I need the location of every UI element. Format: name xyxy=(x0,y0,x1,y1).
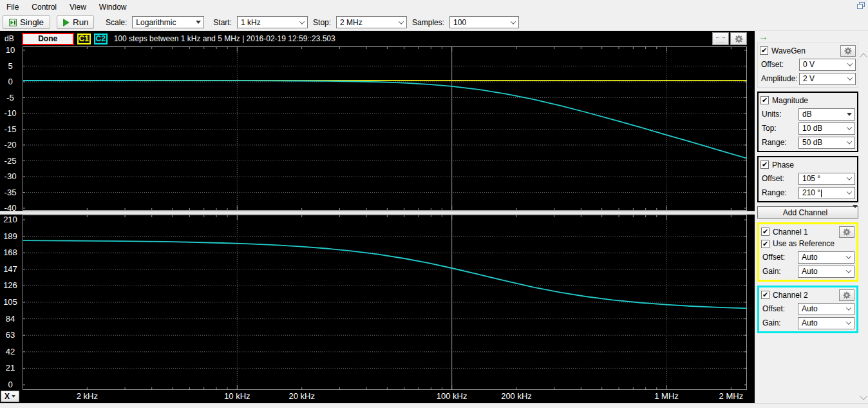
x-axis-button-label: X xyxy=(5,392,10,401)
gear-icon xyxy=(735,35,743,43)
magnitude-title: Magnitude xyxy=(772,96,808,105)
menu-file[interactable]: File xyxy=(0,1,25,13)
phase-range-label: Range: xyxy=(760,188,787,197)
use-as-reference-label: Use as Reference xyxy=(773,239,835,248)
phase-offset-combobox[interactable]: 105 ° xyxy=(798,173,855,185)
y-tick-label: -25 xyxy=(0,157,21,166)
menu-view[interactable]: View xyxy=(63,1,93,13)
magnitude-range-combobox[interactable]: 50 dB xyxy=(798,137,855,149)
magnitude-units-select[interactable]: dB xyxy=(798,108,855,121)
channel2-offset-combobox[interactable]: Auto xyxy=(798,303,854,315)
magnitude-checkbox[interactable]: ✔ xyxy=(760,96,769,104)
done-status-button[interactable]: Done xyxy=(22,33,74,45)
panel-scrollbar[interactable] xyxy=(860,45,868,408)
x-axis-button[interactable]: X xyxy=(1,391,19,402)
cursors-button[interactable]: ←→ .... xyxy=(712,32,729,45)
stop-label: Stop: xyxy=(313,18,331,27)
magnitude-top-label: Top: xyxy=(760,124,777,133)
channel1-badge[interactable]: C1 xyxy=(77,34,91,44)
samples-value: 100 xyxy=(453,18,466,27)
y-tick-label: 189 xyxy=(0,232,21,241)
channel2-title: Channel 2 xyxy=(773,291,808,300)
window-restore-icon[interactable] xyxy=(857,2,865,10)
channel2-settings-button[interactable] xyxy=(839,289,854,301)
wavegen-amplitude-combobox[interactable]: 2 V xyxy=(799,73,856,85)
menu-window[interactable]: Window xyxy=(93,1,133,13)
channel2-checkbox[interactable]: ✔ xyxy=(761,291,769,299)
chevron-down-icon xyxy=(844,188,854,199)
channel1-gain-label: Gain: xyxy=(761,267,781,276)
start-combobox[interactable]: 1 kHz xyxy=(237,16,308,28)
y-tick-label: 147 xyxy=(0,265,21,274)
run-button[interactable]: Run xyxy=(57,15,94,29)
start-value: 1 kHz xyxy=(241,18,261,27)
scroll-down-icon[interactable] xyxy=(860,393,867,400)
phase-range-value: 210 ° xyxy=(802,188,820,197)
sweep-status-text: 100 steps between 1 kHz and 5 MHz | 2016… xyxy=(114,34,335,43)
wavegen-group: ✔ WaveGen Offset: 0 V Amplitude: 2 V xyxy=(757,43,858,88)
wavegen-settings-button[interactable] xyxy=(840,45,856,57)
magnitude-top-value: 10 dB xyxy=(802,124,822,133)
channel1-title: Channel 1 xyxy=(773,228,808,237)
magnitude-range-value: 50 dB xyxy=(802,138,822,147)
scale-select[interactable]: Logarithmic xyxy=(132,16,204,28)
phase-plot[interactable] xyxy=(23,215,747,390)
stop-combobox[interactable]: 2 MHz xyxy=(336,16,407,28)
chevron-down-icon xyxy=(844,123,854,134)
toolbar: Single Run Scale: Logarithmic Start: 1 k… xyxy=(0,14,868,31)
y-tick-label: 210 xyxy=(0,215,21,224)
chevron-down-icon xyxy=(844,266,854,277)
gear-icon xyxy=(843,291,851,299)
magnitude-plot[interactable] xyxy=(23,46,747,211)
trace-c2 xyxy=(23,81,747,159)
menu-control[interactable]: Control xyxy=(25,1,63,13)
phase-checkbox[interactable]: ✔ xyxy=(760,160,769,169)
y-tick-label: 5 xyxy=(0,62,21,71)
y-axis-unit-label: dB xyxy=(5,34,14,43)
x-tick-label: 1 MHz xyxy=(644,390,689,403)
chevron-down-icon xyxy=(297,17,307,28)
single-button-label: Single xyxy=(20,17,44,27)
single-button[interactable]: Single xyxy=(3,15,50,29)
scale-value: Logarithmic xyxy=(136,18,176,27)
chevron-down-icon xyxy=(845,59,855,70)
phase-range-combobox[interactable]: 210 ° xyxy=(798,187,855,199)
single-icon xyxy=(9,18,17,27)
x-tick-label: 20 kHz xyxy=(279,390,325,403)
wavegen-offset-value: 0 V xyxy=(803,60,815,69)
wavegen-offset-combobox[interactable]: 0 V xyxy=(799,59,856,71)
scroll-up-icon[interactable] xyxy=(860,53,867,60)
y-tick-label: 21 xyxy=(0,364,21,373)
plot-settings-button[interactable] xyxy=(730,32,747,45)
y-tick-label: -10 xyxy=(0,109,21,118)
channel1-checkbox[interactable]: ✔ xyxy=(761,228,769,236)
channel2-gain-combobox[interactable]: Auto xyxy=(798,317,854,329)
channel2-badge[interactable]: C2 xyxy=(94,34,108,44)
chevron-down-icon xyxy=(844,252,854,263)
y-tick-label: 63 xyxy=(0,331,21,340)
channel1-gain-combobox[interactable]: Auto xyxy=(798,266,854,278)
y-tick-label: 42 xyxy=(0,347,21,356)
panel-collapse-arrow-icon[interactable]: → xyxy=(759,32,868,41)
y-tick-label: 105 xyxy=(0,298,21,307)
channel1-offset-combobox[interactable]: Auto xyxy=(798,251,854,264)
samples-combobox[interactable]: 100 xyxy=(449,16,519,28)
add-channel-button[interactable]: Add Channel xyxy=(757,206,858,219)
magnitude-range-label: Range: xyxy=(760,138,787,147)
chevron-down-icon xyxy=(508,17,518,28)
channel1-settings-button[interactable] xyxy=(839,226,854,238)
x-tick-label: 10 kHz xyxy=(214,390,259,403)
add-channel-label: Add Channel xyxy=(758,208,853,217)
y-tick-label: -30 xyxy=(0,172,21,181)
magnitude-top-combobox[interactable]: 10 dB xyxy=(798,122,855,135)
trace-c2 xyxy=(23,240,747,308)
use-as-reference-checkbox[interactable]: ✔ xyxy=(761,240,769,248)
wavegen-checkbox[interactable]: ✔ xyxy=(760,46,768,55)
chevron-down-icon xyxy=(844,173,854,184)
chevron-down-icon xyxy=(844,318,854,329)
magnitude-units-value: dB xyxy=(802,110,812,119)
magnitude-units-label: Units: xyxy=(760,110,782,119)
x-tick-label: 200 kHz xyxy=(494,390,539,403)
wavegen-amplitude-label: Amplitude: xyxy=(760,74,798,83)
scale-label: Scale: xyxy=(106,18,127,27)
